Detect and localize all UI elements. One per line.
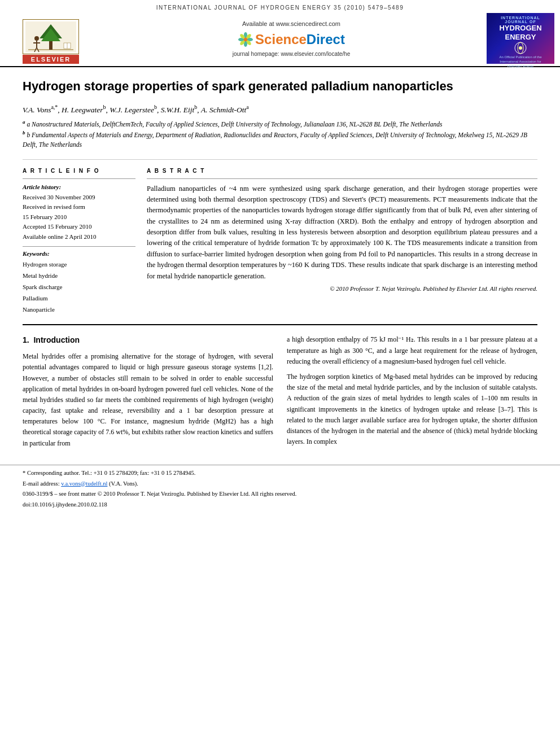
section-num: 1. [23,335,29,344]
available-online-date: Available online 2 April 2010 [23,232,135,242]
keyword-spark-discharge: Spark discharge [23,282,135,293]
article-title: Hydrogen storage properties of spark gen… [23,78,537,95]
elsevier-tree-icon [23,19,79,54]
email-name: (V.A. Vons). [109,480,138,487]
copyright-line: © 2010 Professor T. Nejat Veziroglu. Pub… [147,285,537,292]
revised-date: Received in revised form15 February 2010 [23,202,135,222]
author-vons: V.A. Vons [23,105,51,113]
intro-para-3: The hydrogen sorption kinetics of Mg-bas… [287,372,537,447]
doi-line: doi:10.1016/j.ijhydene.2010.02.118 [23,500,537,510]
article-history: Article history: Received 30 November 20… [23,178,135,242]
keyword-hydrogen-storage: Hydrogen storage [23,259,135,270]
article-info-abstract: A R T I C L E I N F O Article history: R… [23,168,537,316]
sciencedirect-flowers: ScienceDirect [107,32,475,47]
svg-point-5 [34,36,39,41]
email-link[interactable]: v.a.vons@tudelft.nl [61,480,107,487]
abstract-content: Palladium nanoparticles of ~4 nm were sy… [147,178,537,292]
elsevier-brand-text: ELSEVIER [23,55,79,64]
author-eijt: S.W.H. Eijt [161,105,195,113]
article-main: Hydrogen storage properties of spark gen… [0,67,560,453]
journal-header: INTERNATIONAL JOURNAL OF HYDROGEN ENERGY… [0,0,560,67]
sciencedirect-wordmark: ScienceDirect [255,32,345,47]
abstract-text: Palladium nanoparticles of ~4 nm were sy… [147,184,537,282]
author-legerstee: W.J. Legerstee [110,105,154,113]
abstract-header: A B S T R A C T [147,168,537,174]
journal-name: INTERNATIONAL JOURNAL OF HYDROGEN ENERGY… [0,5,560,11]
intro-para-1: Metal hydrides offer a promising alterna… [23,351,273,449]
science-text: Science [255,32,307,47]
section-1-heading: 1. Introduction [23,334,273,347]
affiliation-a: a a Nanostructured Materials, DelftChemT… [23,119,537,129]
sciencedirect-info: Available at www.sciencedirect.com [96,20,487,57]
issn-line: 0360-3199/$ – see front matter © 2010 Pr… [23,490,537,499]
he-logo-sub-text: An Official Publication of theInternatio… [500,55,542,68]
journal-homepage-text: journal homepage: www.elsevier.com/locat… [107,51,475,57]
accepted-date: Accepted 15 February 2010 [23,222,135,232]
keywords-label: Keywords: [23,250,135,257]
svg-point-23 [519,46,522,50]
authors-line: V.A. Vonsa,*, H. Leegwaterb, W.J. Legers… [23,104,537,115]
elsevier-logo: ELSEVIER [6,13,96,64]
keyword-palladium: Palladium [23,293,135,304]
footer: * Corresponding author. Tel.: +31 0 15 2… [0,465,560,514]
email-note: E-mail address: v.a.vons@tudelft.nl (V.A… [23,479,537,489]
keyword-metal-hydride: Metal hydride [23,270,135,282]
body-col-right: a high desorption enthalpy of 75 kJ mol⁻… [287,334,537,453]
svg-rect-2 [49,41,53,50]
intro-para-2: a high desorption enthalpy of 75 kJ mol⁻… [287,334,537,367]
corresponding-author-note: * Corresponding author. Tel.: +31 0 15 2… [23,469,537,478]
history-label: Article history: [23,184,135,190]
article-info-header: A R T I C L E I N F O [23,168,135,174]
author-leegwater: H. Leegwater [62,105,103,113]
available-at-text: Available at www.sciencedirect.com [107,20,475,27]
hydrogen-energy-logo: INTERNATIONAL JOURNAL OF HYDROGENENERGY … [487,13,554,64]
body-divider [23,324,537,325]
he-logo-top-text: INTERNATIONAL JOURNAL OF [489,16,552,24]
keywords-section: Keywords: Hydrogen storage Metal hydride… [23,246,135,315]
section-title: Introduction [33,335,80,344]
abstract-column: A B S T R A C T Palladium nanoparticles … [147,168,537,316]
affiliation-b: b b Fundamental Aspects of Materials and… [23,129,537,150]
direct-text: Direct [307,32,345,47]
body-col-left-text: Metal hydrides offer a promising alterna… [23,351,273,449]
body-col-right-text: a high desorption enthalpy of 75 kJ mol⁻… [287,334,537,447]
body-col-left: 1. Introduction Metal hydrides offer a p… [23,334,273,453]
affiliations: a a Nanostructured Materials, DelftChemT… [23,119,537,150]
keyword-nanoparticle: Nanoparticle [23,304,135,316]
author-schmidtott: A. Schmidt-Ott [201,105,246,113]
header-logos: ELSEVIER Available at www.sciencedirect.… [0,13,560,64]
article-title-section: Hydrogen storage properties of spark gen… [23,67,537,160]
received-date: Received 30 November 2009 [23,193,135,203]
body-section-introduction: 1. Introduction Metal hydrides offer a p… [23,334,537,453]
he-logo-main-text: HYDROGENENERGY [499,24,541,41]
article-info-column: A R T I C L E I N F O Article history: R… [23,168,135,316]
